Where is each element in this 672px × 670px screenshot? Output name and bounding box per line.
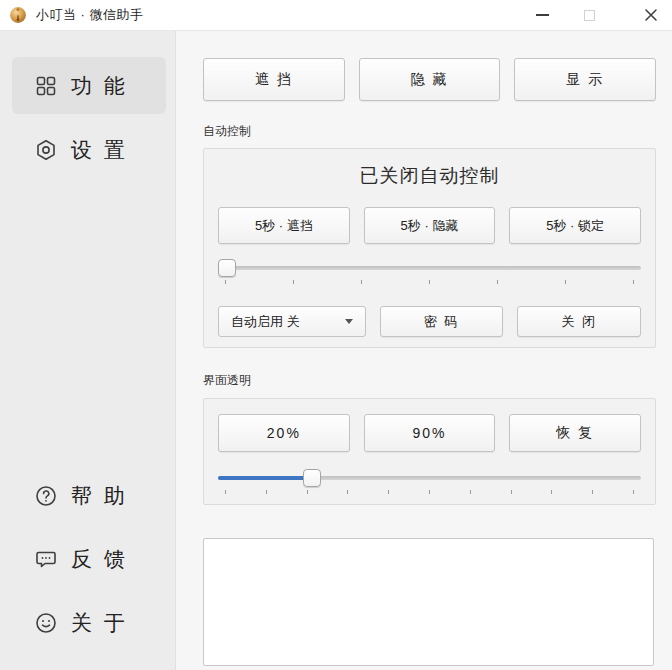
timer-lock-button[interactable]: 5秒 · 锁定 bbox=[509, 207, 641, 244]
auto-control-slider[interactable] bbox=[218, 259, 641, 277]
transparency-label: 界面透明 bbox=[203, 372, 251, 389]
transparency-20-button[interactable]: 20% bbox=[218, 414, 350, 452]
sidebar-item-label: 设 置 bbox=[71, 136, 128, 164]
sidebar-item-features[interactable]: 功 能 bbox=[12, 57, 166, 114]
smiley-about-icon bbox=[34, 611, 58, 635]
log-textarea[interactable] bbox=[203, 538, 654, 666]
slider-fill bbox=[218, 476, 307, 480]
auto-control-label: 自动控制 bbox=[203, 123, 251, 140]
transparency-90-button[interactable]: 90% bbox=[364, 414, 496, 452]
auto-enable-dropdown[interactable]: 自动启用 关 bbox=[218, 306, 366, 337]
timer-button-row: 5秒 · 遮挡 5秒 · 隐藏 5秒 · 锁定 bbox=[218, 207, 641, 244]
sidebar-item-label: 关 于 bbox=[71, 609, 128, 637]
show-button[interactable]: 显 示 bbox=[514, 58, 656, 101]
auto-control-button-row: 自动启用 关 密 码 关 闭 bbox=[218, 306, 641, 337]
sidebar-item-settings[interactable]: 设 置 bbox=[12, 126, 166, 174]
sidebar-item-label: 帮 助 bbox=[71, 482, 128, 510]
timer-block-button[interactable]: 5秒 · 遮挡 bbox=[218, 207, 350, 244]
hide-button[interactable]: 隐 藏 bbox=[359, 58, 501, 101]
close-auto-button[interactable]: 关 闭 bbox=[517, 306, 641, 337]
minimize-icon bbox=[536, 14, 549, 16]
transparency-button-row: 20% 90% 恢 复 bbox=[218, 414, 641, 452]
sidebar-item-label: 反 馈 bbox=[71, 545, 128, 573]
main-content: 遮 挡 隐 藏 显 示 自动控制 已关闭自动控制 5秒 · 遮挡 5秒 · 隐藏… bbox=[176, 31, 672, 670]
block-button[interactable]: 遮 挡 bbox=[203, 58, 345, 101]
slider-track[interactable] bbox=[218, 266, 641, 270]
top-action-row: 遮 挡 隐 藏 显 示 bbox=[203, 58, 656, 101]
chevron-down-icon bbox=[345, 319, 353, 324]
transparency-group: 20% 90% 恢 复 bbox=[203, 398, 656, 505]
maximize-button[interactable] bbox=[574, 0, 604, 30]
bell-app-icon bbox=[8, 5, 28, 25]
help-icon bbox=[34, 484, 58, 508]
feedback-icon bbox=[34, 547, 58, 571]
auto-control-slider-block bbox=[218, 259, 641, 284]
auto-enable-dropdown-label: 自动启用 关 bbox=[231, 313, 300, 331]
window-title: 小叮当 · 微信助手 bbox=[36, 6, 144, 24]
auto-control-status: 已关闭自动控制 bbox=[204, 149, 655, 189]
password-button[interactable]: 密 码 bbox=[380, 306, 504, 337]
sidebar-item-label: 功 能 bbox=[71, 72, 128, 100]
title-bar: 小叮当 · 微信助手 bbox=[0, 0, 672, 31]
sidebar: 功 能 设 置 帮 助 bbox=[0, 31, 176, 670]
slider-thumb[interactable] bbox=[303, 469, 321, 487]
sidebar-item-help[interactable]: 帮 助 bbox=[12, 472, 166, 520]
close-button[interactable] bbox=[636, 0, 666, 30]
sidebar-item-about[interactable]: 关 于 bbox=[12, 599, 166, 647]
apps-icon bbox=[34, 74, 58, 98]
minimize-button[interactable] bbox=[527, 0, 557, 30]
gear-icon bbox=[34, 138, 58, 162]
transparency-restore-button[interactable]: 恢 复 bbox=[509, 414, 641, 452]
timer-hide-button[interactable]: 5秒 · 隐藏 bbox=[364, 207, 496, 244]
slider-ticks bbox=[218, 280, 641, 284]
slider-ticks bbox=[218, 490, 641, 494]
auto-control-group: 已关闭自动控制 5秒 · 遮挡 5秒 · 隐藏 5秒 · 锁定 自动启用 关 bbox=[203, 148, 656, 348]
transparency-slider[interactable] bbox=[218, 469, 641, 487]
maximize-icon bbox=[584, 10, 595, 21]
sidebar-item-feedback[interactable]: 反 馈 bbox=[12, 535, 166, 583]
close-icon bbox=[644, 8, 658, 22]
slider-thumb[interactable] bbox=[218, 259, 236, 277]
transparency-slider-block bbox=[218, 469, 641, 494]
app-window: 小叮当 · 微信助手 功 能 bbox=[0, 0, 672, 670]
